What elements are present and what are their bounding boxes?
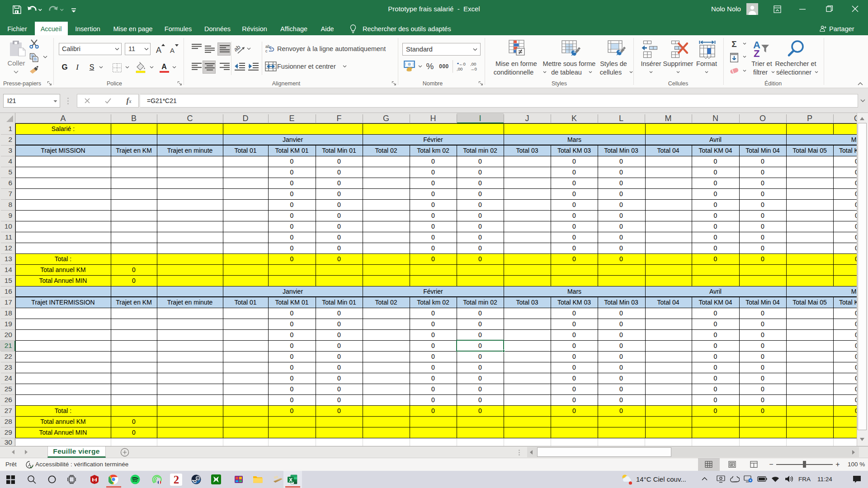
svg-text:ab: ab — [235, 43, 242, 53]
svg-text:Z: Z — [754, 48, 760, 58]
svg-text:→0: →0 — [470, 66, 477, 71]
svg-text:,00: ,00 — [470, 61, 476, 66]
svg-text:,00: ,00 — [457, 66, 462, 71]
svg-text:c: c — [265, 49, 268, 53]
svg-text:ab: ab — [265, 44, 270, 49]
svg-text:←0: ←0 — [459, 61, 466, 66]
